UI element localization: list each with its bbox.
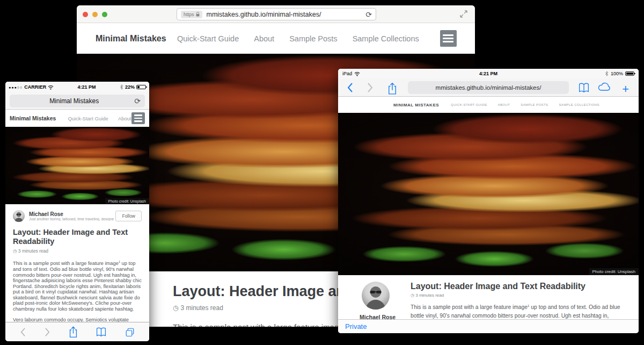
icloud-tabs-icon[interactable] [598,82,611,91]
battery-percent: 100% [611,71,623,76]
paragraph-text: This is a sample post with a large featu… [173,322,343,327]
clock-icon: ◷ [411,293,414,298]
site-title-link[interactable]: Minimal Mistakes [10,115,56,121]
private-browsing-bar: Private [338,319,639,333]
site-masthead: Minimal Mistakes Quick-Start Guide About… [338,97,639,113]
post-article: Layout: Header Image and Text Readabilit… [411,282,624,319]
post-meta: ◷ 3 minutes read [411,293,624,298]
post-content: Layout: Header Image and Text Readabilit… [5,226,149,328]
site-nav-links: Quick-Start Guide About Sample Posts Sam… [451,103,599,106]
site-masthead: Minimal Mistakes Quick-Start Guide About [5,110,149,127]
nav-about[interactable]: About [254,34,274,43]
ipad-status-bar: iPad 4:21 PM 100% [338,69,639,78]
nav-about[interactable]: About [498,103,510,106]
safari-toolbar: mmistakes.github.io/minimal-mistakes/ + [338,78,639,97]
device-label: iPad [342,71,352,76]
menu-toggle-button[interactable] [131,112,145,124]
author-bio: Just another boring, tattooed, time trav… [29,217,114,221]
back-button[interactable] [20,327,26,337]
window-controls [83,12,107,17]
fullscreen-icon[interactable] [460,10,467,18]
url-text: mmistakes.github.io/minimal-mistakes/ [207,11,366,18]
nav-quick-start-guide[interactable]: Quick-Start Guide [68,116,108,121]
site-masthead: Minimal Mistakes Quick-Start Guide About… [77,23,475,54]
paragraph-text: up top and tons of text. Odio ad blue bo… [13,261,142,312]
https-badge: https [181,11,202,18]
private-label[interactable]: Private [345,322,367,330]
menu-toggle-button[interactable] [440,30,457,47]
address-bar[interactable]: https mmistakes.github.io/minimal-mistak… [177,8,376,20]
carrier-label: CARRIER [24,84,46,90]
post-paragraph: This is a sample post with a large featu… [411,303,624,319]
nav-sample-posts[interactable]: Sample Posts [289,34,337,43]
post-title: Layout: Header Image and Text Readabilit… [411,282,624,291]
post-paragraph: This is a sample post with a large featu… [13,259,142,312]
share-icon[interactable] [69,326,78,338]
nav-sample-collections[interactable]: Sample Collections [559,103,599,106]
forward-button[interactable] [45,327,50,337]
battery-icon [136,85,146,89]
bookmarks-icon[interactable] [579,82,589,93]
status-time: 4:21 PM [391,71,586,76]
minimize-window-button[interactable] [92,12,98,17]
site-nav-links: Quick-Start Guide About [68,116,131,121]
address-bar[interactable]: Minimal Mistakes ⟳ [10,95,145,107]
feature-image-leaves: Photo credit: Unsplash [338,113,639,275]
author-avatar [362,282,390,310]
back-button[interactable] [347,82,353,93]
feature-image-leaves: Photo credit: Unsplash [5,127,149,204]
paragraph-text: This is a sample post with a large featu… [411,304,528,310]
clock-icon: ◷ [13,248,17,254]
nav-about[interactable]: About [118,116,131,121]
post-meta: ◷ 3 minutes read [13,248,142,254]
wifi-icon [354,71,360,76]
new-tab-icon[interactable]: + [622,82,629,96]
author-name: Michael Rose [29,211,114,217]
clock-icon: ◷ [173,304,178,312]
safari-title-bar: Minimal Mistakes ⟳ [5,92,149,110]
close-window-button[interactable] [83,12,88,17]
site-title-link[interactable]: Minimal Mistakes [393,103,439,107]
site-nav-links: Quick-Start Guide About Sample Posts Sam… [177,34,419,43]
forward-button[interactable] [367,82,374,93]
nav-quick-start-guide[interactable]: Quick-Start Guide [177,34,239,43]
follow-button[interactable]: Follow [115,211,142,221]
nav-quick-start-guide[interactable]: Quick-Start Guide [451,103,487,106]
read-time: 3 minutes read [18,248,48,254]
author-sidebar: Michael Rose Just another boring, tattoo… [360,282,413,319]
tabs-icon[interactable] [125,327,135,337]
post-title: Layout: Header Image and Text Readabilit… [13,228,142,246]
paragraph-text: This is a sample post with a large featu… [13,261,119,266]
https-label: https [184,12,194,17]
read-time: 3 minutes read [415,293,444,298]
post-content: Michael Rose Just another boring, tattoo… [338,275,639,319]
iphone-status-bar: ●●●○○ CARRIER 4:21 PM 22% [5,82,149,92]
battery-percent: 22% [125,84,135,90]
nav-sample-collections[interactable]: Sample Collections [353,34,419,43]
author-name: Michael Rose [360,314,413,319]
read-time: 3 minutes read [180,304,223,312]
address-bar[interactable]: mmistakes.github.io/minimal-mistakes/ [408,81,569,94]
bluetooth-icon [120,84,123,90]
battery-icon [625,71,634,76]
composite-screenshot: https mmistakes.github.io/minimal-mistak… [0,0,644,345]
bookmarks-icon[interactable] [96,327,106,337]
wifi-icon [48,85,54,90]
ipad-safari: iPad 4:21 PM 100% mmistakes.github.io/mi… [338,69,639,333]
share-icon[interactable] [387,82,397,95]
page-title: Minimal Mistakes [14,97,134,105]
nav-sample-posts[interactable]: Sample Posts [521,103,548,106]
author-section: Michael Rose Just another boring, tattoo… [5,204,149,222]
author-avatar [13,210,25,222]
reload-icon[interactable]: ⟳ [365,10,372,19]
iphone-safari: ●●●○○ CARRIER 4:21 PM 22% Minimal Mistak… [5,82,149,341]
site-title-link[interactable]: Minimal Mistakes [96,34,166,44]
zoom-window-button[interactable] [102,12,107,17]
photo-credit: Photo credit: Unsplash [589,268,639,275]
signal-strength-icon: ●●●○○ [9,85,23,89]
reload-icon[interactable]: ⟳ [134,97,141,105]
photo-credit: Photo credit: Unsplash [105,198,149,204]
safari-bottom-toolbar [5,322,149,341]
lock-icon [196,12,200,17]
browser-toolbar: https mmistakes.github.io/minimal-mistak… [77,5,475,23]
